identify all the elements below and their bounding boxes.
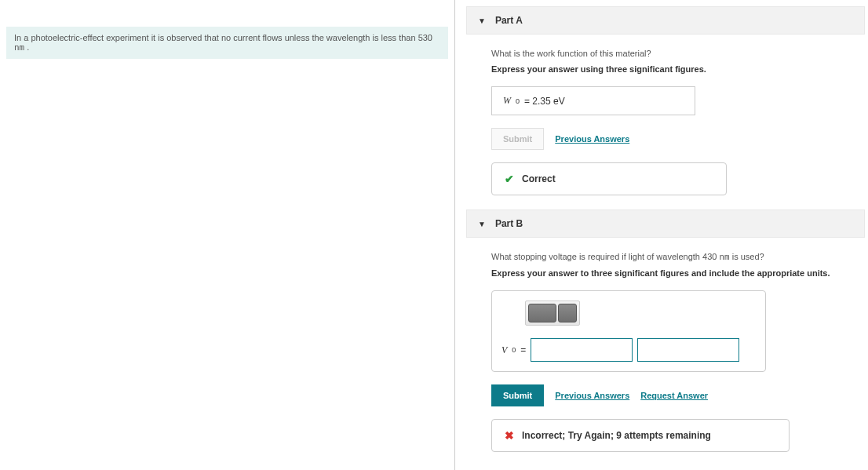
part-b-feedback-box: ✖ Incorrect; Try Again; 9 attempts remai… (491, 419, 790, 452)
part-a-body: What is the work function of this materi… (455, 35, 868, 206)
part-b-instruction: Express your answer to three significant… (491, 268, 844, 278)
part-a-feedback-text: Correct (522, 173, 556, 184)
part-a-button-row: Submit Previous Answers (491, 128, 844, 150)
part-a-feedback-box: ✔ Correct (491, 162, 727, 195)
part-b-submit-button[interactable]: Submit (491, 384, 544, 406)
part-a-submit-button: Submit (491, 128, 544, 150)
part-a-answer-box: W0 = 2.35 eV (491, 86, 695, 115)
part-a-sub: 0 (516, 97, 520, 105)
part-a-value: = 2.35 eV (524, 96, 565, 107)
problem-statement: In a photoelectric-effect experiment it … (6, 27, 448, 59)
part-b-previous-answers-link[interactable]: Previous Answers (555, 391, 629, 400)
part-b-question: What stopping voltage is required if lig… (491, 252, 844, 262)
part-a-title: Part A (495, 15, 523, 26)
equation-toolbar (525, 301, 580, 326)
part-b-value-row: V0 = (501, 338, 756, 362)
part-b-q-unit: nm (719, 253, 729, 262)
check-icon: ✔ (505, 173, 514, 185)
caret-down-icon: ▼ (478, 16, 486, 25)
part-b-header[interactable]: ▼ Part B (466, 209, 865, 238)
toolbar-button-2[interactable] (558, 304, 577, 322)
part-a-header[interactable]: ▼ Part A (466, 6, 865, 35)
left-pane: In a photoelectric-effect experiment it … (0, 0, 455, 470)
right-pane: ▼ Part A What is the work function of th… (455, 0, 868, 470)
part-b-feedback-text: Incorrect; Try Again; 9 attempts remaini… (522, 430, 711, 441)
part-b-request-answer-link[interactable]: Request Answer (640, 391, 708, 400)
toolbar-button-1[interactable] (528, 304, 556, 322)
part-b-q-suffix: is used? (730, 252, 764, 261)
caret-down-icon: ▼ (478, 220, 486, 228)
cross-icon: ✖ (505, 429, 514, 442)
part-a-instruction: Express your answer using three signific… (491, 64, 844, 74)
part-b-button-row: Submit Previous Answers Request Answer (491, 384, 844, 406)
problem-prefix: In a photoelectric-effect experiment it … (14, 33, 432, 42)
part-a-question: What is the work function of this materi… (491, 49, 844, 58)
part-a-symbol: W (503, 95, 511, 107)
part-b-q-prefix: What stopping voltage is required if lig… (491, 252, 719, 261)
part-b-sub: 0 (512, 346, 516, 354)
problem-suffix: . (24, 42, 29, 52)
units-input[interactable] (637, 338, 739, 362)
part-a-previous-answers-link[interactable]: Previous Answers (555, 134, 629, 144)
part-b-input-panel: V0 = (491, 290, 766, 372)
part-b-body: What stopping voltage is required if lig… (455, 238, 868, 463)
part-b-title: Part B (495, 218, 523, 229)
part-b-eq: = (520, 344, 526, 355)
problem-unit: nm (14, 43, 24, 53)
part-b-symbol: V (501, 344, 507, 356)
value-input[interactable] (531, 338, 633, 362)
